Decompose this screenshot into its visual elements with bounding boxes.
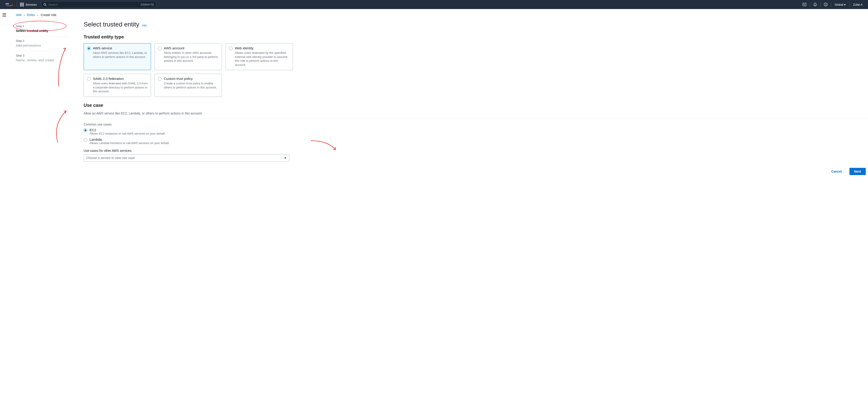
services-label: Services [26,3,37,6]
page-title: Select trusted entity [84,21,139,28]
search-icon [43,3,46,6]
user-label: Zufar A [853,3,863,6]
svg-line-2 [45,5,46,6]
entity-type-cards: AWS service Allow AWS services like EC2,… [84,43,868,97]
radio-desc: Allows Lambda functions to call AWS serv… [90,141,169,145]
card-desc: Allow users federated with SAML 2.0 from… [93,81,148,93]
chevron-down-icon: ▼ [284,156,287,160]
use-case-help: Allow an AWS service like EC2, Lambda, o… [84,112,868,115]
radio-icon [158,47,162,50]
account-menu[interactable]: Zufar A [850,3,865,6]
select-placeholder: Choose a service to view use case [86,156,135,160]
entity-card-web-identity[interactable]: Web identity Allows users federated by t… [225,43,293,70]
step-title: Name, review, and create [16,58,68,62]
chevron-right-icon: › [37,13,38,17]
next-button[interactable]: Next [849,168,866,175]
step-3[interactable]: Step 3 Name, review, and create [16,52,68,66]
entity-card-aws-account[interactable]: AWS account Allow entities in other AWS … [155,43,222,70]
entity-card-aws-service[interactable]: AWS service Allow AWS services like EC2,… [84,43,151,70]
cloudshell-icon[interactable] [800,2,809,6]
help-icon[interactable]: ? [822,2,830,6]
step-label: Step 2 [16,39,68,42]
section-trusted-entity-type: Trusted entity type [84,34,868,39]
region-label: Global [835,3,843,6]
radio-desc: Allows EC2 instances to call AWS service… [90,132,165,135]
card-desc: Create a custom trust policy to enable o… [164,81,219,89]
step-label: Step 3 [16,54,68,57]
breadcrumb-iam[interactable]: IAM [16,13,22,17]
nav-divider [831,2,831,7]
wizard-footer: Cancel Next [84,162,868,177]
entity-card-saml[interactable]: SAML 2.0 federation Allow users federate… [84,74,151,97]
radio-title: Lambda [90,138,169,141]
step-title: Select trusted entity [16,29,68,33]
radio-icon [84,128,87,132]
step-2[interactable]: Step 2 Add permissions [16,37,68,52]
use-case-ec2[interactable]: EC2 Allows EC2 instances to call AWS ser… [84,128,868,135]
radio-icon [84,138,87,142]
service-select[interactable]: Choose a service to view use case ▼ [84,154,289,162]
info-link[interactable]: Info [142,24,147,27]
wizard-steps: Step 1 Select trusted entity Step 2 Add … [16,21,68,177]
breadcrumb-current: Create role [41,13,56,17]
step-title: Add permissions [16,44,68,47]
radio-icon [87,77,91,81]
radio-icon [158,77,162,81]
global-search[interactable]: [Option+S] [41,1,156,8]
step-label: Step 1 [16,24,68,28]
use-case-lambda[interactable]: Lambda Allows Lambda functions to call A… [84,138,868,145]
nav-divider [849,2,849,7]
entity-card-custom-trust[interactable]: Custom trust policy Create a custom trus… [155,74,222,97]
card-title: SAML 2.0 federation [93,77,148,81]
card-title: Web identity [235,46,289,50]
svg-point-1 [44,3,46,5]
radio-icon [229,47,232,50]
card-title: AWS account [164,46,219,50]
chevron-down-icon: ▾ [844,3,846,6]
card-desc: Allow entities in other AWS accounts bel… [164,51,219,63]
nav-divider [810,2,810,7]
notifications-icon[interactable] [811,2,819,6]
region-selector[interactable]: Global ▾ [832,3,848,6]
other-services-label: Use cases for other AWS services: [84,149,868,152]
card-title: AWS service [93,46,148,50]
section-use-case: Use case [84,103,868,108]
step-1[interactable]: Step 1 Select trusted entity [16,22,68,37]
breadcrumb-roles[interactable]: Roles [27,13,35,17]
cancel-button[interactable]: Cancel [827,168,846,175]
svg-text:?: ? [825,3,826,6]
breadcrumb: IAM › Roles › Create role [8,9,868,21]
common-use-cases-label: Common use cases [84,123,868,126]
card-desc: Allows users federated by the specified … [235,51,289,67]
chevron-right-icon: › [24,13,25,17]
services-menu[interactable]: Services [18,3,39,6]
search-shortcut: [Option+S] [141,3,154,6]
common-use-cases: EC2 Allows EC2 instances to call AWS ser… [84,128,868,145]
card-title: Custom trust policy [164,77,219,81]
hamburger-icon[interactable] [2,13,6,17]
card-desc: Allow AWS services like EC2, Lambda, or … [93,51,148,59]
radio-title: EC2 [90,128,165,132]
aws-logo[interactable]: aws [3,2,16,7]
radio-icon [87,47,91,50]
services-grid-icon [20,3,24,6]
svg-text:aws: aws [5,2,9,5]
nav-divider [820,2,820,7]
top-nav: aws Services [Option+S] ? Global ▾ Zufar… [0,0,868,9]
search-input[interactable] [49,3,141,6]
